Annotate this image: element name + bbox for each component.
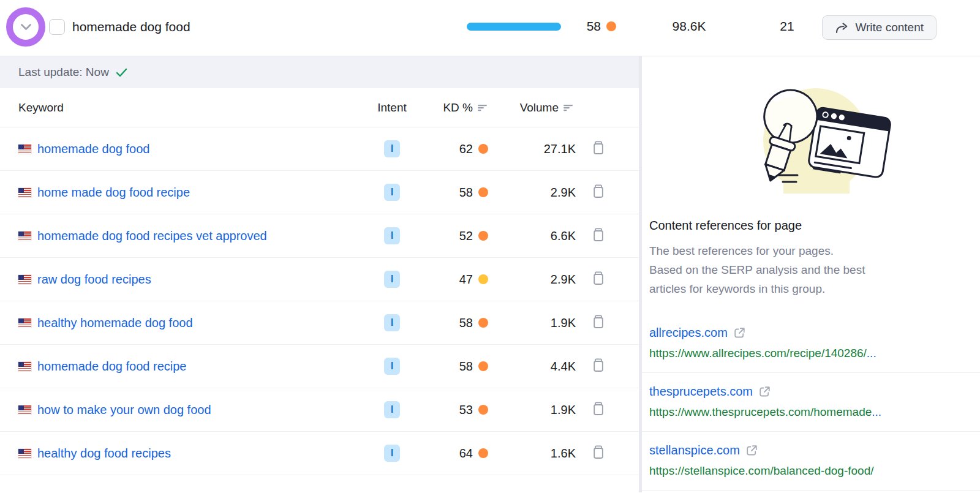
kd-level-dot [478,405,488,415]
volume-value: 2.9K [493,273,579,287]
write-content-button[interactable]: Write content [822,15,937,40]
intent-badge[interactable]: I [384,401,400,418]
keyword-link[interactable]: homemade dog food [37,142,149,156]
volume-value: 6.6K [493,229,579,243]
kd-level-dot [478,318,488,328]
reference-domain-link[interactable]: thesprucepets.com [649,385,753,399]
sort-icon [478,104,488,111]
arrow-redo-icon [835,22,849,34]
table-header-row: Keyword Intent KD % Volume [0,88,639,127]
table-row: homemade dog food recipeI584.4K [0,345,639,388]
external-link-icon[interactable] [758,385,771,398]
external-link-icon[interactable] [733,326,746,339]
kd-value: 58 [459,186,473,200]
delete-keyword-button[interactable] [592,141,605,155]
us-flag-icon [18,275,31,284]
references-description: The best references for your pages.Based… [649,241,980,298]
keyword-link[interactable]: healthy dog food recipes [37,446,171,461]
keyword-link[interactable]: raw dog food recipes [37,273,151,287]
keyword-link[interactable]: homemade dog food recipe [37,359,187,374]
delete-keyword-button[interactable] [592,184,605,198]
group-keywords-count: 21 [763,19,812,34]
volume-value: 1.6K [493,446,579,461]
delete-keyword-button[interactable] [592,402,605,416]
sort-icon [564,104,574,111]
kd-level-dot [478,187,488,197]
intent-badge[interactable]: I [384,445,400,462]
delete-keyword-button[interactable] [592,228,605,242]
expand-group-button[interactable] [6,7,45,47]
last-update-bar: Last update: Now [0,56,639,88]
table-row: raw dog food recipesI472.9K [0,258,639,301]
column-header-volume[interactable]: Volume [493,101,579,115]
kd-level-dot [606,21,616,31]
column-header-kd[interactable]: KD % [420,101,493,115]
intent-badge[interactable]: I [384,140,400,157]
reference-url[interactable]: https://www.allrecipes.com/recipe/140286… [649,347,980,360]
chevron-down-icon [21,24,31,31]
kd-level-dot [478,231,488,241]
kd-level-dot [478,274,488,284]
table-row: home made dog food recipeI582.9K [0,171,639,214]
us-flag-icon [18,145,31,154]
keyword-link[interactable]: how to make your own dog food [37,403,211,417]
kd-value: 58 [459,359,473,374]
table-row: homemade dog foodI6227.1K [0,127,639,171]
us-flag-icon [18,188,31,197]
write-content-label: Write content [855,21,924,34]
us-flag-icon [18,231,31,241]
us-flag-icon [18,318,31,328]
kd-value: 53 [459,403,473,417]
kd-level-dot [478,144,488,154]
column-header-keyword: Keyword [0,101,364,115]
table-row: how to make your own dog foodI531.9K [0,388,639,432]
content-references-panel: Content references for page The best ref… [642,56,980,492]
group-title: homemade dog food [72,20,190,34]
volume-value: 2.9K [493,186,579,200]
group-volume: 98.6K [649,19,729,34]
reference-domain-link[interactable]: stellanspice.com [649,443,740,457]
keyword-link[interactable]: homemade dog food recipes vet approved [37,229,267,243]
kd-value: 58 [459,316,473,330]
keyword-table-panel: Last update: Now Keyword Intent KD % Vol… [0,56,642,492]
reference-domain-link[interactable]: allrecipes.com [649,326,728,340]
reference-item: thesprucepets.comhttps://www.thesprucepe… [642,372,980,431]
volume-value: 1.9K [493,316,579,330]
delete-keyword-button[interactable] [592,445,605,459]
kd-value: 64 [459,446,473,461]
table-row: homemade dog food recipes vet approvedI5… [0,214,639,258]
keyword-link[interactable]: home made dog food recipe [37,186,190,200]
kd-value: 52 [459,229,473,243]
external-link-icon[interactable] [745,444,758,457]
reference-url[interactable]: https://stellanspice.com/balanced-dog-fo… [649,464,980,478]
check-icon [116,68,127,77]
delete-keyword-button[interactable] [592,358,605,372]
group-checkbox[interactable] [49,19,65,35]
delete-keyword-button[interactable] [592,271,605,285]
delete-keyword-button[interactable] [592,315,605,329]
keyword-table-body: homemade dog foodI6227.1Khome made dog f… [0,127,639,475]
intent-badge[interactable]: I [384,271,400,288]
keyword-link[interactable]: healthy homemade dog food [37,316,193,330]
intent-badge[interactable]: I [384,314,400,331]
intent-badge[interactable]: I [384,358,400,375]
group-header: homemade dog food 58 98.6K 21 Write cont… [0,0,980,56]
reference-url[interactable]: https://www.thesprucepets.com/homemade..… [649,405,980,419]
reference-item: allrecipes.comhttps://www.allrecipes.com… [642,314,980,372]
lightbulb-pencil-browser-illustration [642,72,980,198]
intent-badge[interactable]: I [384,184,400,201]
table-row: healthy dog food recipesI641.6K [0,432,639,475]
table-row: healthy homemade dog foodI581.9K [0,301,639,345]
reference-item: stellanspice.comhttps://stellanspice.com… [642,431,980,490]
kd-progress-bar [467,23,561,31]
reference-item: thealmondeater.com [642,490,980,493]
kd-level-dot [478,448,488,458]
volume-value: 1.9K [493,403,579,417]
kd-level-dot [478,361,488,371]
references-heading: Content references for page [649,219,980,233]
column-header-intent: Intent [364,101,420,115]
us-flag-icon [18,405,31,415]
volume-value: 27.1K [493,142,579,156]
intent-badge[interactable]: I [384,227,400,244]
last-update-label: Last update: Now [18,66,109,79]
